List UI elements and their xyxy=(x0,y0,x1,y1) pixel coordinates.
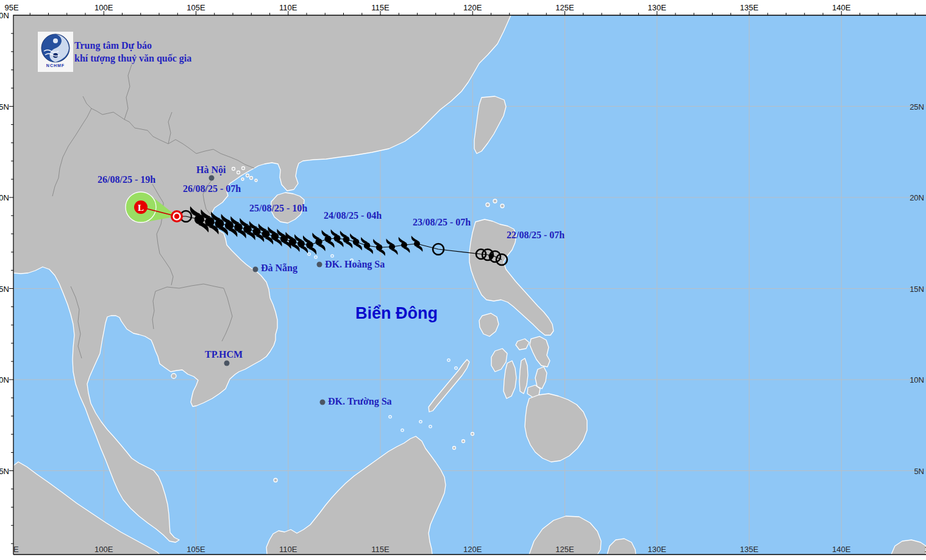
axis-label-right: 20N xyxy=(910,193,924,202)
axis-label-top: 115E xyxy=(371,3,390,12)
city-dot xyxy=(224,361,230,366)
axis-label-top: 120E xyxy=(463,3,482,12)
city-dot xyxy=(209,175,215,181)
axis-label-top: 135E xyxy=(740,3,759,12)
axis-label-top: 140E xyxy=(832,3,851,12)
current-position-marker xyxy=(171,210,183,222)
city-dot xyxy=(317,262,322,268)
city-dot xyxy=(253,267,258,272)
axis-label-top: 100E xyxy=(94,3,113,12)
axis-label-bottom: 115E xyxy=(371,545,390,554)
axis-label-top: 105E xyxy=(187,3,205,12)
axis-label-bottom: 130E xyxy=(648,545,667,554)
axis-label-bottom: 135E xyxy=(740,545,759,554)
axis-label-bottom: 95E xyxy=(4,545,18,554)
axis-label-bottom: 105E xyxy=(187,545,205,554)
city-dot xyxy=(320,400,326,405)
axis-label-bottom: 110E xyxy=(279,545,297,554)
axis-label-left: 10N xyxy=(0,375,9,385)
axis-label-top: 110E xyxy=(279,3,297,12)
axis-label-left: 20N xyxy=(0,193,9,202)
axis-label-left: 25N xyxy=(0,102,9,112)
storm-track-map: L 95E100E105E110E115E120E125E130E135E140… xyxy=(0,0,926,560)
axis-label-right: 5N xyxy=(914,467,924,476)
axis-label-top: 130E xyxy=(648,3,667,12)
axis-label-left: 15N xyxy=(0,285,9,294)
axis-label-top: 125E xyxy=(555,3,574,12)
axis-label-right: 25N xyxy=(910,102,924,112)
axis-label-bottom: 140E xyxy=(832,545,851,554)
map-canvas: L 95E100E105E110E115E120E125E130E135E140… xyxy=(0,0,926,560)
axis-label-bottom: 120E xyxy=(463,545,482,554)
axis-label-bottom: 100E xyxy=(94,545,113,554)
axis-label-bottom: 125E xyxy=(555,545,574,554)
low-pressure-letter: L xyxy=(138,203,144,213)
axis-label-left: 30N xyxy=(0,11,9,20)
axis-label-right: 10N xyxy=(910,375,924,385)
axis-label-right: 15N xyxy=(910,285,924,294)
axis-label-left: 5N xyxy=(0,467,9,476)
